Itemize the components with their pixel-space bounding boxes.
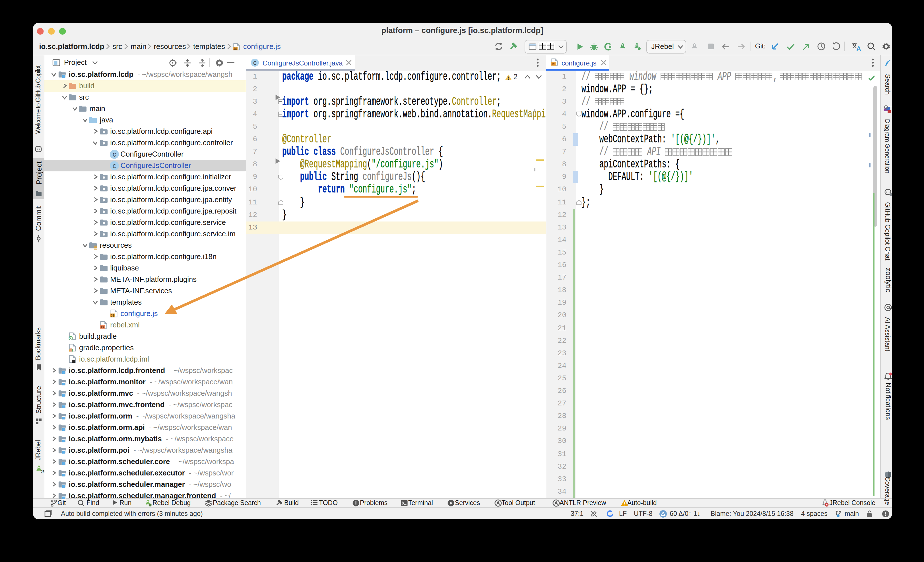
svg-text:A: A — [856, 45, 861, 52]
svg-text:JS: JS — [233, 47, 237, 50]
svg-text:C: C — [253, 60, 257, 67]
svg-text:JS: JS — [551, 62, 555, 66]
